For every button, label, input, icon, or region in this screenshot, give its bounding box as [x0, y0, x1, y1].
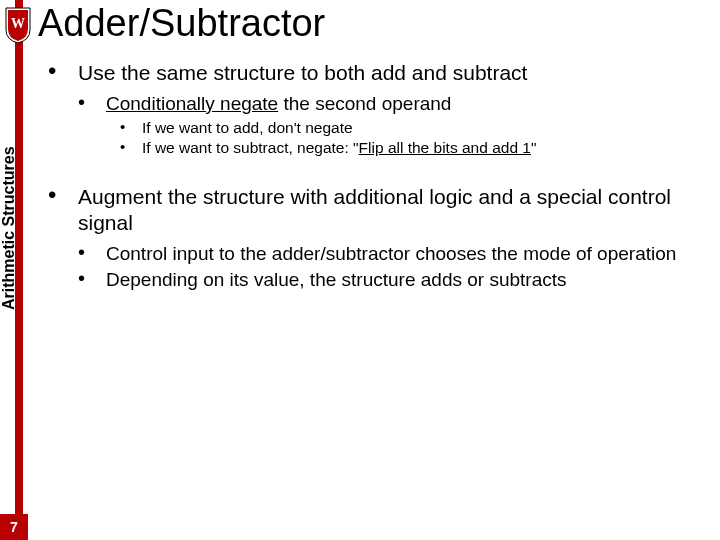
- text-span: ": [531, 139, 537, 156]
- bullet-level-2: • Depending on its value, the structure …: [78, 268, 716, 292]
- bullet-dot-icon: •: [48, 60, 78, 86]
- bullet-text: If we want to subtract, negate: "Flip al…: [142, 138, 536, 158]
- bullet-text: Depending on its value, the structure ad…: [106, 268, 566, 292]
- bullet-dot-icon: •: [48, 184, 78, 236]
- bullet-level-1: • Augment the structure with additional …: [48, 184, 716, 236]
- slide-content: • Use the same structure to both add and…: [48, 60, 716, 294]
- underlined-text: Flip all the bits and add 1: [359, 139, 531, 156]
- page-number: 7: [0, 514, 28, 540]
- bullet-level-2: • Control input to the adder/subtractor …: [78, 242, 716, 266]
- bullet-level-1: • Use the same structure to both add and…: [48, 60, 716, 86]
- bullet-dot-icon: •: [120, 138, 142, 158]
- bullet-dot-icon: •: [120, 118, 142, 138]
- slide-title: Adder/Subtractor: [38, 2, 325, 45]
- bullet-level-2: • Conditionally negate the second operan…: [78, 92, 716, 116]
- svg-text:W: W: [11, 16, 25, 31]
- sidebar-section-label: Arithmetic Structures: [0, 146, 18, 310]
- university-crest-logo: W: [4, 6, 32, 44]
- bullet-text: If we want to add, don't negate: [142, 118, 353, 138]
- text-span: the second operand: [278, 93, 451, 114]
- bullet-dot-icon: •: [78, 242, 106, 266]
- bullet-level-3: • If we want to add, don't negate: [120, 118, 716, 138]
- bullet-text: Conditionally negate the second operand: [106, 92, 451, 116]
- underlined-text: Conditionally negate: [106, 93, 278, 114]
- bullet-dot-icon: •: [78, 92, 106, 116]
- bullet-text: Control input to the adder/subtractor ch…: [106, 242, 676, 266]
- bullet-level-3: • If we want to subtract, negate: "Flip …: [120, 138, 716, 158]
- bullet-text: Use the same structure to both add and s…: [78, 60, 527, 86]
- bullet-dot-icon: •: [78, 268, 106, 292]
- bullet-text: Augment the structure with additional lo…: [78, 184, 716, 236]
- text-span: If we want to subtract, negate: ": [142, 139, 359, 156]
